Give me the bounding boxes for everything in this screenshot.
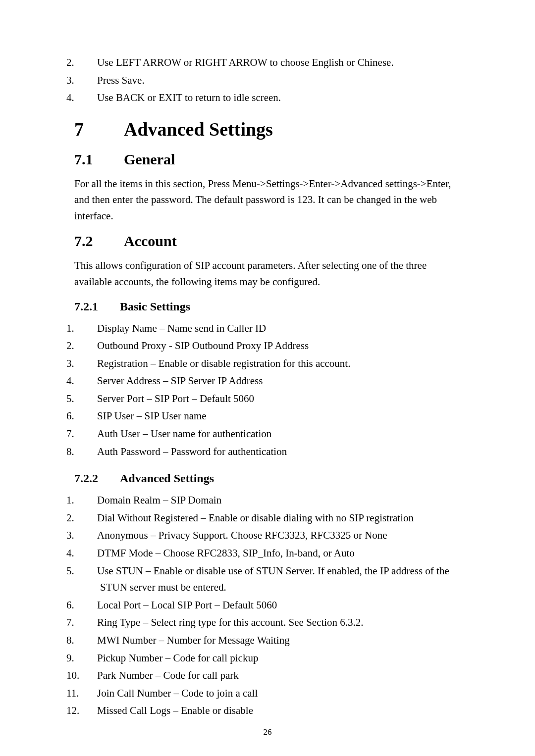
list-text: Server Address – SIP Server IP Address (97, 375, 263, 387)
list-number: 3. (83, 355, 97, 372)
heading-7-1: 7.1General (74, 151, 466, 168)
list-item: 5.Use STUN – Enable or disable use of ST… (74, 563, 466, 596)
list-text: Missed Call Logs – Enable or disable (97, 705, 253, 716)
list-number: 4. (83, 545, 97, 562)
list-item: 2.Dial Without Registered – Enable or di… (74, 510, 466, 527)
list-text: Auth Password – Password for authenticat… (97, 446, 287, 457)
list-7-2-1: 1.Display Name – Name send in Caller ID … (74, 320, 466, 460)
heading-7-2-1: 7.2.1Basic Settings (74, 300, 466, 313)
list-text: Dial Without Registered – Enable or disa… (97, 512, 414, 524)
list-number: 1. (83, 320, 97, 337)
heading-text: Advanced Settings (124, 119, 273, 140)
heading-text: Basic Settings (120, 300, 190, 313)
list-number: 10. (83, 667, 97, 684)
list-number: 6. (83, 408, 97, 425)
list-text: Join Call Number – Code to join a call (97, 687, 258, 699)
list-text: DTMF Mode – Choose RFC2833, SIP_Info, In… (97, 547, 355, 559)
list-item: 3.Registration – Enable or disable regis… (74, 355, 466, 372)
list-item: 1.Display Name – Name send in Caller ID (74, 320, 466, 337)
list-text: Press Save. (97, 74, 145, 86)
list-item: 9.Pickup Number – Code for call pickup (74, 650, 466, 667)
list-number: 5. (83, 391, 97, 407)
list-item: 11.Join Call Number – Code to join a cal… (74, 685, 466, 702)
list-text: Pickup Number – Code for call pickup (97, 652, 258, 664)
list-number: 5. (83, 563, 97, 580)
list-number: 11. (83, 685, 97, 702)
list-text: MWI Number – Number for Message Waiting (97, 634, 290, 646)
list-item: 1.Domain Realm – SIP Domain (74, 492, 466, 509)
heading-7-2: 7.2Account (74, 233, 466, 250)
list-item: 12.Missed Call Logs – Enable or disable (74, 703, 466, 719)
list-text: Registration – Enable or disable registr… (97, 357, 350, 369)
heading-number: 7.2 (74, 233, 124, 250)
list-item: 2.Outbound Proxy - SIP Outbound Proxy IP… (74, 338, 466, 354)
list-item: 6.SIP User – SIP User name (74, 408, 466, 425)
list-text: Use LEFT ARROW or RIGHT ARROW to choose … (97, 56, 394, 68)
list-text: Local Port – Local SIP Port – Default 50… (97, 599, 277, 611)
list-text: Anonymous – Privacy Support. Choose RFC3… (97, 529, 387, 541)
heading-7: 7Advanced Settings (74, 118, 466, 140)
list-item: 2.Use LEFT ARROW or RIGHT ARROW to choos… (74, 54, 466, 71)
list-number: 1. (83, 492, 97, 509)
paragraph-7-1: For all the items in this section, Press… (74, 176, 466, 224)
list-text: SIP User – SIP User name (97, 410, 207, 422)
list-number: 2. (83, 510, 97, 527)
heading-number: 7 (74, 118, 124, 140)
list-text: Server Port – SIP Port – Default 5060 (97, 393, 254, 404)
list-number: 4. (83, 90, 97, 106)
list-item: 6.Local Port – Local SIP Port – Default … (74, 597, 466, 614)
heading-text: Account (124, 233, 177, 249)
list-number: 4. (83, 373, 97, 390)
heading-text: General (124, 151, 175, 167)
list-text: Domain Realm – SIP Domain (97, 494, 221, 506)
list-number: 8. (83, 632, 97, 649)
list-item: 5.Server Port – SIP Port – Default 5060 (74, 391, 466, 407)
list-item: 8.Auth Password – Password for authentic… (74, 444, 466, 460)
heading-text: Advanced Settings (120, 472, 214, 485)
list-text: Ring Type – Select ring type for this ac… (97, 616, 364, 628)
list-number: 6. (83, 597, 97, 614)
list-number: 2. (83, 54, 97, 71)
list-item: 7.Auth User – User name for authenticati… (74, 426, 466, 443)
list-item: 7.Ring Type – Select ring type for this … (74, 614, 466, 631)
page-number: 26 (0, 727, 535, 737)
list-item: 3.Anonymous – Privacy Support. Choose RF… (74, 527, 466, 544)
heading-number: 7.2.2 (74, 472, 120, 485)
list-number: 7. (83, 426, 97, 443)
heading-7-2-2: 7.2.2Advanced Settings (74, 472, 466, 485)
list-text: Use STUN – Enable or disable use of STUN… (97, 565, 449, 594)
list-item: 4.DTMF Mode – Choose RFC2833, SIP_Info, … (74, 545, 466, 562)
document-page: 2.Use LEFT ARROW or RIGHT ARROW to choos… (0, 0, 535, 756)
list-item: 10.Park Number – Code for call park (74, 667, 466, 684)
list-number: 12. (83, 703, 97, 719)
list-7-2-2: 1.Domain Realm – SIP Domain 2.Dial Witho… (74, 492, 466, 719)
list-text: Use BACK or EXIT to return to idle scree… (97, 92, 281, 103)
list-number: 8. (83, 444, 97, 460)
list-item: 8.MWI Number – Number for Message Waitin… (74, 632, 466, 649)
heading-number: 7.2.1 (74, 300, 120, 313)
list-item: 4.Use BACK or EXIT to return to idle scr… (74, 90, 466, 106)
heading-number: 7.1 (74, 151, 124, 168)
list-text: Outbound Proxy - SIP Outbound Proxy IP A… (97, 340, 309, 352)
list-number: 9. (83, 650, 97, 667)
list-item: 3.Press Save. (74, 72, 466, 89)
list-text: Auth User – User name for authentication (97, 428, 271, 440)
paragraph-7-2: This allows configuration of SIP account… (74, 257, 466, 290)
list-number: 3. (83, 527, 97, 544)
intro-list-continuation: 2.Use LEFT ARROW or RIGHT ARROW to choos… (74, 54, 466, 106)
list-number: 3. (83, 72, 97, 89)
list-number: 7. (83, 614, 97, 631)
list-text: Display Name – Name send in Caller ID (97, 322, 266, 334)
list-text: Park Number – Code for call park (97, 669, 239, 681)
list-number: 2. (83, 338, 97, 354)
list-item: 4.Server Address – SIP Server IP Address (74, 373, 466, 390)
